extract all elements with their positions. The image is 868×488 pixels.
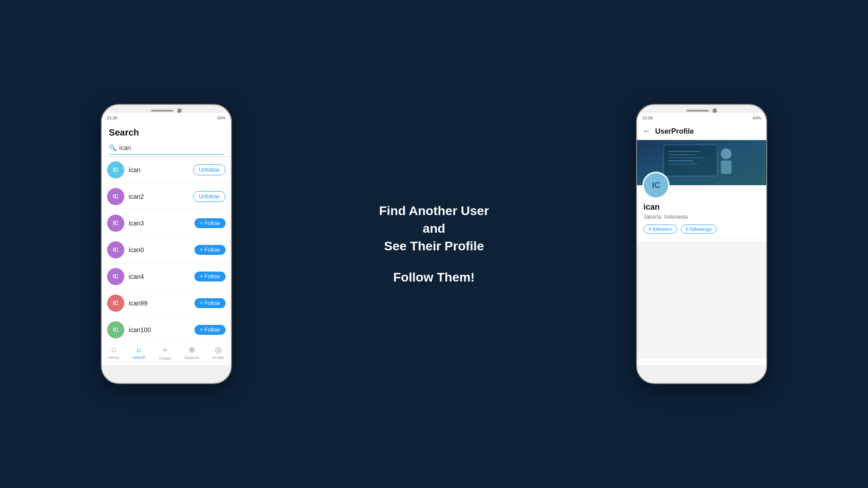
unfollow-button[interactable]: Unfollow <box>193 191 226 202</box>
right-side-button <box>766 159 767 182</box>
search-icon: 🔍 <box>109 144 117 151</box>
left-screen: Search 🔍 ican ICicanUnfollowICican2Unfol… <box>102 123 231 365</box>
center-line2: and <box>423 221 445 235</box>
center-line3: See Their Profile <box>384 239 484 253</box>
search-icon: ⌕ <box>137 345 142 354</box>
user-name: ican2 <box>129 193 189 200</box>
user-name: ican3 <box>129 220 190 227</box>
user-name: ican99 <box>129 300 190 307</box>
user-item[interactable]: ICicanUnfollow <box>102 157 231 183</box>
nav-item-create[interactable]: ＋Create <box>159 344 171 361</box>
user-name: ican0 <box>129 246 190 253</box>
search-header: Search 🔍 ican <box>102 123 231 157</box>
profile-location: Jakarta, Indonesia <box>643 214 760 220</box>
create-icon: ＋ <box>161 344 169 355</box>
follow-button[interactable]: + Follow <box>194 298 226 308</box>
right-battery: 62% <box>753 116 761 120</box>
search-screen-title: Search <box>109 127 224 138</box>
profile-info: ican Jakarta, Indonesia 4 followers 6 fo… <box>637 199 766 241</box>
user-name: ican100 <box>129 326 190 333</box>
profile-initials: IC <box>652 181 660 190</box>
followings-badge[interactable]: 6 followings <box>681 225 717 234</box>
nav-item-network[interactable]: ⊕Network <box>184 345 199 360</box>
user-item[interactable]: ICican4+ Follow <box>102 263 231 290</box>
profile-avatar-wrapper: IC <box>637 172 766 199</box>
profile-username: ican <box>643 202 760 212</box>
unfollow-button[interactable]: Unfollow <box>193 164 226 175</box>
search-label: Search <box>132 355 146 360</box>
home-icon: ⌂ <box>111 345 116 354</box>
right-notch-line <box>686 110 709 112</box>
user-avatar: IC <box>107 321 124 338</box>
left-battery: 62% <box>217 116 226 120</box>
user-item[interactable]: ICican2Unfollow <box>102 183 231 210</box>
follow-button[interactable]: + Follow <box>194 218 226 228</box>
user-avatar: IC <box>107 161 124 178</box>
notch-line <box>151 110 174 112</box>
profile-stats: 4 followers 6 followings <box>643 225 760 239</box>
right-notch-camera <box>712 108 717 113</box>
svg-point-8 <box>721 148 732 159</box>
follow-button[interactable]: + Follow <box>194 325 226 335</box>
center-line4: Follow Them! <box>393 270 475 284</box>
follow-button[interactable]: + Follow <box>194 245 226 255</box>
left-notch <box>151 108 182 113</box>
svg-rect-2 <box>666 147 715 173</box>
user-avatar: IC <box>107 241 124 258</box>
follow-button[interactable]: + Follow <box>194 272 226 282</box>
back-button[interactable]: ← <box>642 127 651 136</box>
right-status-bar: 21:29 62% <box>637 113 766 123</box>
bottom-nav: ⌂Home⌕Search＋Create⊕Network◎Profile <box>102 339 231 365</box>
home-label: Home <box>108 355 119 360</box>
user-item[interactable]: ICican3+ Follow <box>102 210 231 237</box>
right-notch <box>686 108 717 113</box>
profile-avatar: IC <box>642 172 670 199</box>
search-bar[interactable]: 🔍 ican <box>109 141 224 155</box>
profile-label: Profile <box>212 356 224 360</box>
right-time: 21:29 <box>642 116 653 120</box>
profile-icon: ◎ <box>215 345 222 355</box>
user-avatar: IC <box>107 188 124 205</box>
nav-item-search[interactable]: ⌕Search <box>132 345 146 360</box>
right-phone: 21:29 62% ← UserProfile <box>636 104 767 384</box>
scene: 21:29 62% Search 🔍 ican ICicanUnfollowIC… <box>0 0 868 488</box>
user-avatar: IC <box>107 295 124 312</box>
user-name: ican <box>129 166 189 174</box>
followers-badge[interactable]: 4 followers <box>643 225 677 234</box>
side-button <box>231 159 232 182</box>
search-query-text: ican <box>119 144 131 151</box>
user-list: ICicanUnfollowICican2UnfollowICican3+ Fo… <box>102 157 231 358</box>
notch-camera <box>177 108 182 113</box>
create-label: Create <box>159 356 171 361</box>
right-screen: ← UserProfile <box>637 123 766 365</box>
nav-item-profile[interactable]: ◎Profile <box>212 345 224 360</box>
left-time: 21:29 <box>107 116 118 120</box>
left-phone: 21:29 62% Search 🔍 ican ICicanUnfollowIC… <box>101 104 232 384</box>
nav-item-home[interactable]: ⌂Home <box>108 345 119 360</box>
left-status-bar: 21:29 62% <box>102 113 231 123</box>
user-name: ican4 <box>129 273 190 280</box>
network-icon: ⊕ <box>189 345 195 355</box>
user-avatar: IC <box>107 268 124 285</box>
network-label: Network <box>184 356 199 360</box>
profile-header: ← UserProfile <box>637 123 766 140</box>
user-item[interactable]: ICican99+ Follow <box>102 290 231 317</box>
user-avatar: IC <box>107 215 124 232</box>
profile-content-area <box>637 241 766 359</box>
center-line1: Find Another User <box>379 204 489 218</box>
center-text-block: Find Another User and See Their Profile … <box>379 202 489 286</box>
user-item[interactable]: ICican0+ Follow <box>102 237 231 263</box>
profile-screen-title: UserProfile <box>655 127 693 136</box>
